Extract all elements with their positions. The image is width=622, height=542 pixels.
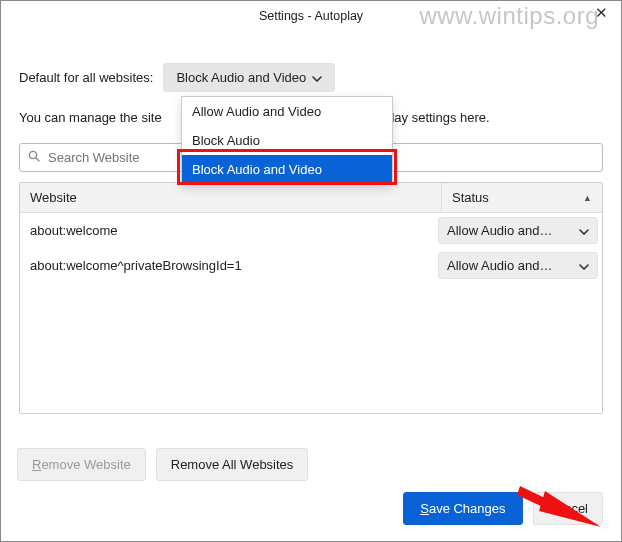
chevron-down-icon bbox=[312, 70, 322, 85]
default-label: Default for all websites: bbox=[19, 70, 153, 85]
header-website[interactable]: Website bbox=[20, 183, 442, 212]
default-dropdown-menu: Allow Audio and Video Block Audio Block … bbox=[181, 96, 393, 185]
window-title: Settings - Autoplay bbox=[259, 9, 363, 23]
status-value: Allow Audio and… bbox=[447, 258, 553, 273]
remove-website-rest: emove Website bbox=[41, 457, 130, 472]
svg-line-1 bbox=[36, 158, 39, 161]
save-changes-button[interactable]: Save Changes bbox=[403, 492, 522, 525]
close-icon[interactable]: ✕ bbox=[589, 1, 613, 25]
watermark: www.wintips.org bbox=[419, 1, 599, 31]
cell-website: about:welcome bbox=[30, 223, 438, 238]
search-icon bbox=[28, 150, 40, 165]
chevron-down-icon bbox=[579, 258, 589, 273]
manage-line-before: You can manage the site bbox=[19, 110, 162, 125]
dropdown-option[interactable]: Block Audio bbox=[182, 126, 392, 155]
chevron-down-icon bbox=[579, 223, 589, 238]
status-dropdown[interactable]: Allow Audio and… bbox=[438, 252, 598, 279]
table-row[interactable]: about:welcome^privateBrowsingId=1 Allow … bbox=[20, 248, 602, 283]
default-dropdown-value: Block Audio and Video bbox=[176, 70, 306, 85]
remove-all-label: Remove All Websites bbox=[171, 457, 294, 472]
dropdown-option[interactable]: Block Audio and Video bbox=[182, 155, 392, 184]
cell-website: about:welcome^privateBrowsingId=1 bbox=[30, 258, 438, 273]
default-dropdown-button[interactable]: Block Audio and Video bbox=[163, 63, 335, 92]
table-header: Website Status ▲ bbox=[20, 183, 602, 213]
website-table: Website Status ▲ about:welcome Allow Aud… bbox=[19, 182, 603, 414]
status-value: Allow Audio and… bbox=[447, 223, 553, 238]
table-body: about:welcome Allow Audio and… about:wel… bbox=[20, 213, 602, 413]
cancel-button[interactable]: Cancel bbox=[533, 492, 603, 525]
sort-asc-icon: ▲ bbox=[583, 193, 592, 203]
header-status[interactable]: Status ▲ bbox=[442, 183, 602, 212]
cancel-label: Cancel bbox=[548, 501, 588, 516]
table-row[interactable]: about:welcome Allow Audio and… bbox=[20, 213, 602, 248]
title-bar: Settings - Autoplay ✕ www.wintips.org bbox=[1, 1, 621, 31]
remove-all-websites-button[interactable]: Remove All Websites bbox=[156, 448, 309, 481]
remove-website-button[interactable]: Remove Website bbox=[17, 448, 146, 481]
status-dropdown[interactable]: Allow Audio and… bbox=[438, 217, 598, 244]
header-status-label: Status bbox=[452, 190, 489, 205]
dropdown-option[interactable]: Allow Audio and Video bbox=[182, 97, 392, 126]
dialog-content: Default for all websites: Block Audio an… bbox=[1, 31, 621, 414]
